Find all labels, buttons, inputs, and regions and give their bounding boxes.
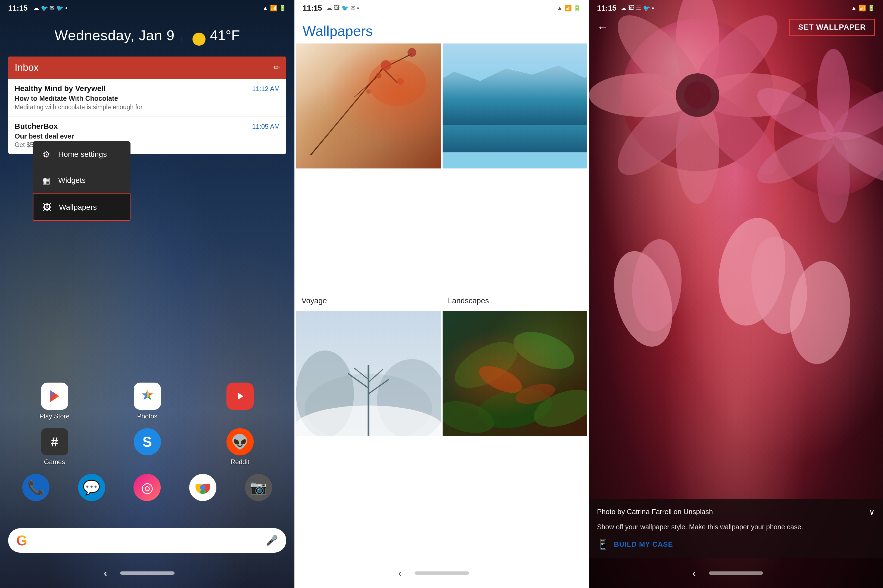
menu-item-wallpapers[interactable]: 🖼 Wallpapers	[33, 194, 131, 221]
chevron-down-icon[interactable]: ∨	[869, 507, 875, 516]
google-mic-icon[interactable]: 🎤	[266, 535, 278, 546]
svg-marker-23	[516, 107, 519, 123]
menu-item-widgets[interactable]: ▦ Widgets	[33, 167, 131, 194]
preview-toolbar: ← SET WALLPAPER	[589, 16, 883, 38]
dock-phone[interactable]: 📞	[17, 474, 55, 504]
app-play-store[interactable]: Play Store	[36, 382, 74, 420]
wallpaper-grid: Voyage	[294, 44, 589, 577]
nav-home-pill-p1[interactable]	[120, 572, 174, 574]
svg-point-53	[684, 81, 711, 109]
app-games[interactable]: # Games	[36, 428, 74, 466]
wallpapers-title: Wallpapers	[294, 16, 589, 44]
photo-credit-row: Photo by Catrina Farrell on Unsplash ∨	[597, 507, 875, 516]
svg-marker-21	[506, 106, 509, 123]
app-reddit[interactable]: 👽 Reddit	[221, 428, 259, 466]
nav-home-pill-p3[interactable]	[709, 572, 763, 574]
app-reddit-label: Reddit	[231, 458, 249, 466]
status-bar-panel3: 11:15 ☁ 🖼 ☰ 🐦 • ▲ 📶 🔋	[589, 0, 883, 16]
svg-marker-1	[238, 393, 243, 400]
landscapes-image	[443, 44, 587, 168]
svg-point-13	[376, 73, 381, 78]
app-play-store-label: Play Store	[39, 412, 70, 420]
wallpapers-icon: 🖼	[42, 202, 53, 213]
app-row-1: Play Store Photos	[8, 382, 286, 420]
menu-item-home-settings[interactable]: ⚙ Home settings	[33, 141, 131, 167]
status-bar-panel1: 11:15 ☁ 🐦 ✉ 🐦 • ▲ 📶 🔋	[0, 0, 294, 16]
inbox-title: Inbox	[15, 62, 39, 74]
camera-icon: 📷	[245, 474, 272, 501]
back-button-p3[interactable]: ←	[597, 21, 608, 33]
wallpaper-cell-landscapes[interactable]: Landscapes	[443, 44, 587, 309]
voyage-label: Voyage	[296, 292, 441, 309]
google-search-bar[interactable]: G 🎤	[8, 528, 286, 553]
photos-icon	[134, 382, 161, 410]
status-icons-p2: ☁ 🖼 🐦 ✉ •	[326, 4, 359, 12]
build-my-case-button[interactable]: 📱 BUILD MY CASE	[597, 538, 875, 550]
svg-marker-16	[443, 69, 587, 126]
svg-marker-19	[554, 74, 563, 84]
nav-bar-p3: ‹	[589, 558, 883, 588]
svg-point-42	[513, 380, 557, 407]
status-right-p1: ▲ 📶 🔋	[262, 4, 286, 12]
inbox-item-1[interactable]: Healthy Mind by Verywell 11:12 AM How to…	[8, 79, 286, 117]
inbox-sender-2: ButcherBox	[15, 122, 58, 131]
weather-widget: Wednesday, Jan 9 | 41°F	[0, 16, 294, 51]
svg-point-10	[381, 60, 391, 70]
edit-icon[interactable]: ✏	[273, 63, 280, 72]
play-store-icon	[41, 382, 68, 410]
nav-back-p3[interactable]: ‹	[692, 567, 696, 579]
chrome-icon	[189, 474, 216, 501]
music-icon: ◎	[134, 474, 161, 501]
app-youtube[interactable]	[221, 382, 259, 420]
phone-case-icon: 📱	[597, 538, 610, 550]
svg-point-38	[475, 383, 555, 434]
dock-messages[interactable]: 💬	[73, 474, 111, 504]
svg-point-39	[443, 396, 497, 436]
svg-point-11	[407, 48, 416, 57]
status-icons-p1: ☁ 🐦 ✉ 🐦 •	[33, 4, 68, 12]
menu-label-widgets: Widgets	[58, 176, 86, 185]
context-menu: ⚙ Home settings ▦ Widgets 🖼 Wallpapers	[33, 141, 131, 221]
inbox-card[interactable]: Inbox ✏ Healthy Mind by Verywell 11:12 A…	[8, 57, 286, 154]
wallpaper-cell-voyage[interactable]: Voyage	[296, 44, 441, 309]
wallpaper-cell-winter[interactable]	[296, 311, 441, 577]
menu-label-home-settings: Home settings	[58, 150, 107, 159]
app-photos-label: Photos	[137, 412, 158, 420]
nav-bar-p2: ‹	[294, 558, 589, 588]
inbox-sender-1: Healthy Mind by Verywell	[15, 84, 106, 93]
youtube-icon	[227, 382, 254, 410]
app-photos[interactable]: Photos	[128, 382, 167, 420]
svg-point-14	[366, 89, 371, 94]
nav-bar-p1: ‹	[0, 558, 294, 588]
nav-back-p1[interactable]: ‹	[104, 567, 107, 579]
landscapes-label: Landscapes	[443, 292, 587, 309]
dock-camera[interactable]: 📷	[240, 474, 278, 504]
wallpaper-cell-tropical[interactable]	[443, 311, 587, 577]
weather-separator: |	[181, 36, 182, 41]
wallpapers-panel: 11:15 ☁ 🖼 🐦 ✉ • ▲ 📶 🔋 Wallpapers	[294, 0, 589, 588]
svg-line-7	[383, 54, 412, 68]
menu-label-wallpapers: Wallpapers	[59, 203, 97, 212]
dock-chrome[interactable]	[184, 474, 222, 504]
set-wallpaper-button[interactable]: SET WALLPAPER	[789, 19, 875, 36]
status-right-p3: ▲ 📶 🔋	[851, 4, 875, 12]
nav-back-p2[interactable]: ‹	[398, 567, 402, 579]
weather-temp: 41°F	[210, 27, 240, 43]
svg-point-40	[529, 382, 587, 434]
svg-marker-22	[512, 105, 515, 123]
app-shazam[interactable]: S	[128, 428, 167, 466]
svg-line-6	[311, 69, 383, 155]
weather-date: Wednesday, Jan 9	[55, 27, 175, 43]
widgets-icon: ▦	[41, 175, 52, 186]
shazam-icon: S	[134, 428, 161, 455]
svg-rect-20	[443, 123, 587, 152]
weather-sun-icon	[192, 33, 206, 46]
dock-row: 📞 💬 ◎	[8, 474, 286, 504]
dock-music[interactable]: ◎	[128, 474, 166, 504]
inbox-subject-2: Our best deal ever	[15, 132, 280, 140]
nav-home-pill-p2[interactable]	[414, 572, 469, 574]
status-right-p2: ▲ 📶 🔋	[557, 4, 581, 12]
wallpaper-info-panel: Photo by Catrina Farrell on Unsplash ∨ S…	[589, 499, 883, 558]
svg-line-8	[383, 69, 398, 83]
build-my-case-label: BUILD MY CASE	[614, 540, 673, 549]
